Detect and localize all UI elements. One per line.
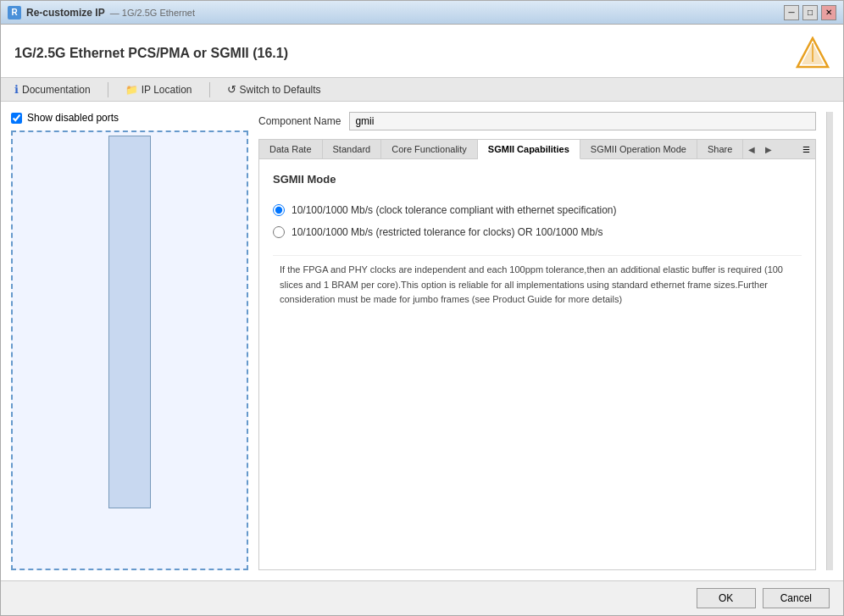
- tabs-header: Data Rate Standard Core Functionality SG…: [259, 140, 815, 159]
- radio-item-2[interactable]: 10/100/1000 Mb/s (restricted tolerance f…: [273, 226, 802, 238]
- port-item[interactable]: [108, 136, 151, 508]
- title-bar: R Re-customize IP — 1G/2.5G Ethernet ─ □…: [1, 1, 843, 25]
- sgmii-description: If the FPGA and PHY clocks are independe…: [273, 255, 802, 314]
- window-subtitle: — 1G/2.5G Ethernet: [110, 8, 195, 18]
- right-panel: Component Name Data Rate Standard Core F…: [258, 112, 816, 570]
- radio-option-2-input[interactable]: [273, 226, 285, 238]
- tab-menu-button[interactable]: ☰: [797, 140, 815, 158]
- header-section: 1G/2.5G Ethernet PCS/PMA or SGMII (16.1): [1, 25, 843, 78]
- show-disabled-ports-label: Show disabled ports: [27, 112, 119, 124]
- maximize-button[interactable]: □: [802, 5, 818, 20]
- left-panel: Show disabled ports: [11, 112, 248, 570]
- radio-option-1-input[interactable]: [273, 204, 285, 216]
- content-area: 1G/2.5G Ethernet PCS/PMA or SGMII (16.1)…: [1, 25, 843, 615]
- toolbar: ℹ Documentation 📁 IP Location ↺ Switch t…: [1, 78, 843, 102]
- main-body: Show disabled ports Component Name Data …: [1, 102, 843, 580]
- refresh-icon: ↺: [227, 83, 236, 96]
- info-icon: ℹ: [14, 83, 19, 96]
- component-name-label: Component Name: [258, 115, 341, 127]
- close-button[interactable]: ✕: [821, 5, 836, 20]
- folder-icon: 📁: [125, 84, 138, 96]
- ok-button[interactable]: OK: [697, 588, 756, 608]
- radio-item-1[interactable]: 10/100/1000 Mb/s (clock tolerance compli…: [273, 204, 802, 216]
- window-title: Re-customize IP: [26, 7, 105, 19]
- main-window: R Re-customize IP — 1G/2.5G Ethernet ─ □…: [0, 0, 844, 616]
- switch-defaults-label: Switch to Defaults: [240, 84, 321, 96]
- component-name-row: Component Name: [258, 112, 816, 130]
- port-list-box: [11, 130, 248, 570]
- component-name-input[interactable]: [349, 112, 816, 130]
- documentation-button[interactable]: ℹ Documentation: [11, 81, 94, 97]
- tab-prev-button[interactable]: ◀: [743, 140, 760, 158]
- tab-sgmii-operation-mode[interactable]: SGMII Operation Mode: [580, 140, 697, 158]
- sgmii-mode-radio-group: 10/100/1000 Mb/s (clock tolerance compli…: [273, 204, 802, 238]
- tab-standard[interactable]: Standard: [323, 140, 382, 158]
- tab-next-button[interactable]: ▶: [760, 140, 777, 158]
- app-icon: R: [8, 6, 21, 19]
- tab-data-rate[interactable]: Data Rate: [259, 140, 323, 158]
- show-disabled-ports-checkbox[interactable]: [11, 113, 22, 124]
- footer: OK Cancel: [1, 580, 843, 615]
- app-title: 1G/2.5G Ethernet PCS/PMA or SGMII (16.1): [14, 46, 288, 61]
- tab-sgmii-capabilities[interactable]: SGMII Capabilities: [478, 140, 580, 159]
- documentation-label: Documentation: [22, 84, 91, 96]
- radio-option-1-label: 10/100/1000 Mb/s (clock tolerance compli…: [292, 204, 617, 216]
- switch-defaults-button[interactable]: ↺ Switch to Defaults: [224, 81, 325, 97]
- tab-core-functionality[interactable]: Core Functionality: [381, 140, 478, 158]
- minimize-button[interactable]: ─: [784, 5, 799, 20]
- tabs-container: Data Rate Standard Core Functionality SG…: [258, 139, 816, 570]
- ip-location-label: IP Location: [142, 84, 192, 96]
- radio-option-2-label: 10/100/1000 Mb/s (restricted tolerance f…: [292, 226, 603, 238]
- vivado-logo: [796, 36, 830, 70]
- scrollbar[interactable]: [826, 112, 833, 570]
- separator-2: [209, 82, 210, 97]
- show-disabled-row: Show disabled ports: [11, 112, 248, 124]
- sgmii-mode-section-header: SGMII Mode: [273, 173, 802, 191]
- tab-content-sgmii-capabilities: SGMII Mode 10/100/1000 Mb/s (clock toler…: [259, 159, 815, 569]
- tab-share[interactable]: Share: [697, 140, 743, 158]
- window-controls: ─ □ ✕: [784, 5, 836, 20]
- ip-location-button[interactable]: 📁 IP Location: [122, 82, 196, 97]
- cancel-button[interactable]: Cancel: [763, 588, 830, 608]
- separator-1: [108, 82, 108, 97]
- title-bar-left: R Re-customize IP — 1G/2.5G Ethernet: [8, 6, 195, 19]
